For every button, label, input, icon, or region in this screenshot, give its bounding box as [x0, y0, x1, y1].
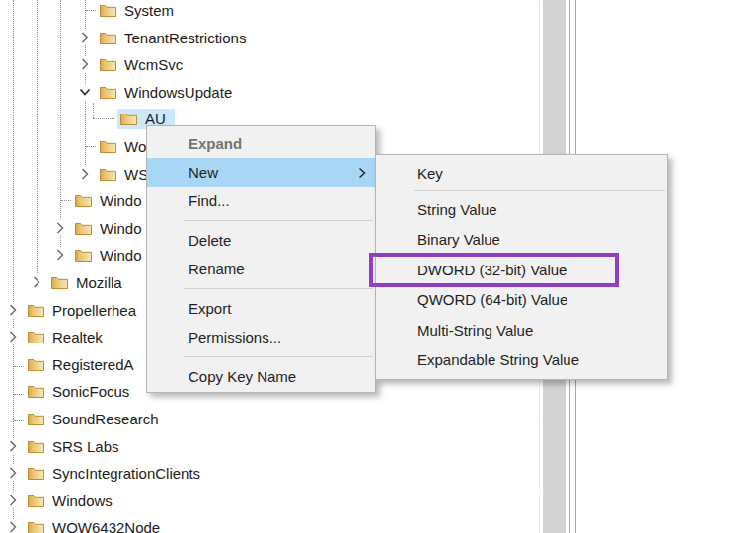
tree-item-soundresearch[interactable]: SoundResearch	[6, 405, 168, 432]
tree-item-label: Windo	[100, 247, 142, 264]
key-content[interactable]: Windo	[72, 190, 151, 211]
tree-item-propellerhea[interactable]: Propellerhea	[6, 296, 145, 324]
chevron-right-icon[interactable]	[6, 330, 20, 343]
tree-item-wow6432node[interactable]: WOW6432Node	[6, 513, 169, 533]
key-content[interactable]: SonicFocus	[25, 381, 138, 402]
submenu-item-qword-64-bit-value[interactable]: QWORD (64-bit) Value	[376, 285, 667, 316]
folder-icon	[28, 358, 44, 371]
chevron-right-icon[interactable]	[78, 167, 92, 181]
menu-item-delete[interactable]: Delete	[147, 226, 375, 255]
tree-marker-none	[53, 192, 67, 208]
key-content[interactable]: SyncIntegrationClients	[25, 463, 209, 484]
dword-annotation-box	[369, 253, 619, 287]
tree-item-label: AU	[145, 111, 166, 127]
tree-item-windo[interactable]: Windo	[53, 241, 151, 268]
tree-expander[interactable]	[53, 220, 67, 236]
tree-expander[interactable]	[6, 302, 20, 318]
menu-item-rename[interactable]: Rename	[147, 255, 375, 283]
tree-item-label: RegisteredA	[52, 356, 134, 373]
tree-item-windo[interactable]: Windo	[53, 214, 151, 242]
tree-expander[interactable]	[78, 84, 92, 100]
key-content[interactable]: TenantRestrictions	[97, 28, 255, 48]
folder-icon	[75, 249, 92, 262]
submenu-item-string-value[interactable]: String Value	[376, 194, 667, 225]
chevron-right-icon[interactable]	[6, 439, 20, 453]
tree-item-label: Windo	[100, 220, 142, 237]
tree-expander[interactable]	[78, 166, 92, 182]
tree-item-label: SoundResearch	[52, 411, 159, 427]
chevron-right-icon[interactable]	[53, 221, 67, 235]
tree-guide-line	[37, 0, 38, 285]
folder-icon	[28, 440, 44, 453]
chevron-right-icon[interactable]	[78, 31, 92, 44]
folder-icon	[100, 32, 116, 44]
tree-item-wo[interactable]: Wo	[78, 132, 155, 160]
chevron-down-icon[interactable]	[78, 85, 92, 99]
key-content[interactable]: Mozilla	[48, 272, 131, 293]
key-content[interactable]: WOW6432Node	[25, 517, 169, 533]
chevron-right-icon[interactable]	[6, 520, 20, 533]
submenu-item-expandable-string-value[interactable]: Expandable String Value	[376, 345, 667, 376]
key-content[interactable]: Realtek	[25, 327, 112, 347]
tree-item-windowsupdate[interactable]: WindowsUpdate	[78, 78, 241, 106]
tree-expander[interactable]	[30, 274, 43, 290]
key-content[interactable]: System	[97, 0, 183, 21]
menu-item-expand[interactable]: Expand	[147, 129, 375, 158]
key-content[interactable]: RegisteredA	[25, 354, 143, 375]
context-menu: ExpandNewFind...DeleteRenameExportPermis…	[146, 125, 376, 393]
tree-expander[interactable]	[78, 56, 92, 72]
tree-expander[interactable]	[53, 247, 67, 263]
chevron-right-icon[interactable]	[6, 303, 20, 317]
tree-expander[interactable]	[6, 465, 20, 481]
tree-marker-none	[99, 111, 113, 126]
tree-expander[interactable]	[6, 329, 20, 344]
menu-item-find[interactable]: Find...	[147, 187, 375, 215]
chevron-right-icon[interactable]	[6, 494, 20, 507]
tree-expander[interactable]	[6, 438, 20, 454]
tree-item-srs-labs[interactable]: SRS Labs	[6, 432, 128, 460]
tree-item-registereda[interactable]: RegisteredA	[6, 350, 143, 378]
folder-icon	[28, 467, 44, 480]
menu-item-new[interactable]: New	[147, 158, 375, 187]
key-content[interactable]: SoundResearch	[25, 409, 168, 429]
tree-item-syncintegrationclients[interactable]: SyncIntegrationClients	[6, 459, 209, 487]
key-content[interactable]: Propellerhea	[25, 300, 145, 321]
chevron-right-icon[interactable]	[53, 248, 67, 262]
chevron-right-icon[interactable]	[6, 466, 20, 480]
tree-marker-none	[6, 411, 20, 426]
tree-expander[interactable]	[6, 519, 20, 533]
submenu-item-binary-value[interactable]: Binary Value	[376, 225, 667, 256]
tree-item-mozilla[interactable]: Mozilla	[30, 268, 131, 296]
chevron-right-icon[interactable]	[30, 275, 43, 289]
key-content[interactable]: WcmSvc	[97, 54, 191, 75]
tree-item-label: Windo	[100, 192, 142, 209]
tree-expander[interactable]	[78, 30, 92, 45]
tree-expander[interactable]	[6, 493, 20, 508]
tree-item-label: Propellerhea	[52, 302, 136, 319]
tree-marker-none	[6, 383, 20, 399]
chevron-right-icon[interactable]	[78, 57, 92, 71]
key-content[interactable]: WindowsUpdate	[97, 82, 241, 103]
tree-item-label: WOW6432Node	[52, 519, 160, 533]
folder-icon	[28, 331, 44, 343]
key-content[interactable]: SRS Labs	[25, 436, 128, 457]
tree-item-realtek[interactable]: Realtek	[6, 323, 112, 350]
menu-item-export[interactable]: Export	[147, 294, 375, 323]
tree-item-wcmsvc[interactable]: WcmSvc	[78, 50, 191, 78]
folder-icon	[75, 194, 92, 207]
key-content[interactable]: Windows	[25, 491, 121, 511]
menu-item-copy-key-name[interactable]: Copy Key Name	[147, 362, 375, 391]
submenu-item-key[interactable]: Key	[376, 158, 667, 188]
folder-icon	[28, 495, 44, 507]
key-content[interactable]: Windo	[72, 245, 151, 266]
menu-item-permissions[interactable]: Permissions...	[147, 323, 375, 351]
submenu-item-multi-string-value[interactable]: Multi-String Value	[376, 315, 667, 345]
tree-item-windo[interactable]: Windo	[53, 187, 151, 214]
tree-item-windows[interactable]: Windows	[6, 487, 121, 514]
key-content[interactable]: Windo	[72, 218, 151, 239]
tree-item-label: WS	[124, 166, 148, 183]
tree-item-label: SyncIntegrationClients	[52, 465, 200, 482]
tree-item-tenantrestrictions[interactable]: TenantRestrictions	[78, 24, 255, 51]
tree-item-system[interactable]: System	[78, 0, 183, 24]
tree-item-sonicfocus[interactable]: SonicFocus	[6, 377, 138, 405]
